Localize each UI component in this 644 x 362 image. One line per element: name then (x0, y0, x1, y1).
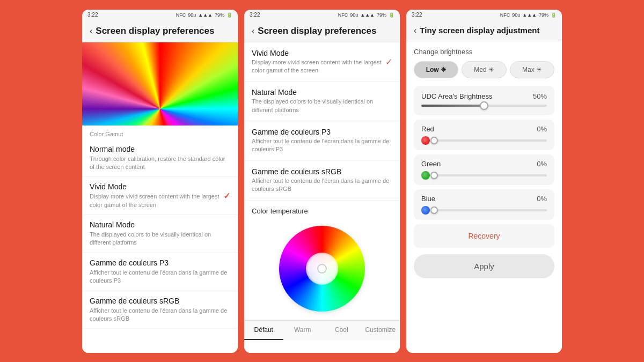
page-header-3: ‹ Tiny screen display adjustment (406, 20, 562, 41)
green-slider-header: Green 0% (421, 160, 547, 168)
p3-mode-item[interactable]: Gamme de couleurs P3 Afficher tout le co… (82, 253, 238, 291)
time-3: 3:22 (412, 12, 422, 18)
nfc-2: NFC (338, 12, 348, 18)
udc-value: 50% (533, 92, 547, 100)
status-bar-3: 3:22 NFC 90u ▲▲▲ 79% 🔋 (406, 10, 562, 20)
green-track-row (421, 171, 547, 180)
s2-natural-title: Natural Mode (252, 88, 392, 97)
s2-vivid-desc: Display more vivid screen content with t… (252, 58, 392, 75)
udc-slider-header: UDC Area's Brightness 50% (421, 92, 547, 100)
udc-slider-section: UDC Area's Brightness 50% (414, 86, 554, 115)
red-track[interactable] (434, 139, 547, 142)
color-wheel[interactable] (279, 226, 365, 312)
battery-icon-2: 🔋 (389, 12, 394, 18)
udc-track[interactable] (421, 105, 547, 107)
vivid-check-1: ✓ (223, 191, 230, 201)
tab-defaut[interactable]: Défaut (244, 321, 283, 340)
s2-vivid-title: Vivid Mode (252, 49, 392, 57)
brightness-max-btn[interactable]: Max (510, 61, 554, 78)
udc-thumb (480, 101, 488, 110)
s3-content: Change brightness Low Med Max UDC Area's… (406, 41, 562, 285)
sun-icon-med (488, 66, 494, 73)
blue-value: 0% (537, 195, 547, 203)
page-header-1: ‹ Screen display preferences (82, 20, 238, 42)
med-label: Med (474, 66, 486, 73)
battery-1: 79% (215, 12, 224, 18)
net-2: 90u (350, 12, 358, 18)
time-1: 3:22 (87, 12, 98, 18)
signal-2: ▲▲▲ (360, 12, 375, 18)
green-thumb (430, 172, 438, 179)
s2-srgb-item[interactable]: Gamme de couleurs sRGB Afficher tout le … (244, 161, 400, 201)
tab-customize[interactable]: Customize (361, 321, 400, 340)
wheel-center-dot (317, 264, 327, 274)
phone-screen-3: 3:22 NFC 90u ▲▲▲ 79% 🔋 ‹ Tiny screen dis… (406, 10, 562, 353)
p3-mode-desc: Afficher tout le contenu de l'écran dans… (90, 269, 230, 285)
pencils-image (82, 42, 238, 125)
normal-mode-desc: Through color calibration, restore the s… (90, 155, 230, 172)
battery-3: 79% (539, 12, 548, 18)
red-slider-row: Red 0% (414, 120, 554, 150)
brightness-med-btn[interactable]: Med (462, 61, 506, 78)
back-arrow-2[interactable]: ‹ (252, 26, 254, 36)
page-title-1: Screen display preferences (96, 26, 214, 36)
page-title-2: Screen display preferences (258, 26, 376, 36)
vivid-mode-desc: Display more vivid screen content with t… (90, 193, 230, 209)
s2-natural-item[interactable]: Natural Mode The displayed colors to be … (244, 82, 400, 121)
s2-vivid-check: ✓ (385, 56, 392, 67)
brightness-buttons: Low Med Max (414, 61, 554, 78)
natural-mode-item[interactable]: Natural Mode The displayed colors to be … (82, 215, 238, 253)
status-bar-2: 3:22 NFC 90u ▲▲▲ 79% 🔋 (244, 10, 400, 20)
apply-button[interactable]: Apply (414, 254, 554, 278)
net-3: 90u (512, 12, 520, 18)
brightness-low-btn[interactable]: Low (414, 61, 458, 78)
green-label: Green (421, 160, 441, 168)
s2-vivid-item[interactable]: Vivid Mode Display more vivid screen con… (244, 42, 400, 82)
phone-screen-1: 3:22 NFC 90u ▲▲▲ 79% 🔋 ‹ Screen display … (82, 10, 238, 353)
vivid-mode-item[interactable]: Vivid Mode Display more vivid screen con… (82, 177, 238, 215)
red-slider-header: Red 0% (421, 125, 547, 133)
nfc-1: NFC (176, 12, 186, 18)
srgb-mode-desc: Afficher tout le contenu de l'écran dans… (90, 307, 230, 323)
s2-natural-desc: The displayed colors to be visually iden… (252, 98, 392, 114)
back-arrow-1[interactable]: ‹ (90, 26, 92, 36)
screen2-content: Vivid Mode Display more vivid screen con… (244, 42, 400, 353)
max-label: Max (522, 66, 535, 73)
red-dot (421, 136, 430, 145)
blue-label: Blue (421, 195, 435, 203)
udc-fill (421, 105, 484, 107)
blue-track-row (421, 206, 547, 215)
signal-1: ▲▲▲ (198, 12, 213, 18)
color-wheel-container[interactable] (252, 220, 392, 320)
back-arrow-3[interactable]: ‹ (414, 26, 416, 35)
battery-2: 79% (377, 12, 386, 18)
blue-dot (421, 206, 430, 215)
s2-p3-item[interactable]: Gamme de couleurs P3 Afficher tout le co… (244, 121, 400, 161)
red-value: 0% (537, 125, 547, 133)
green-dot (421, 171, 430, 180)
normal-mode-title: Normal mode (90, 145, 230, 153)
tab-warm[interactable]: Warm (283, 321, 323, 340)
phone-screen-2: 3:22 NFC 90u ▲▲▲ 79% 🔋 ‹ Screen display … (244, 10, 400, 353)
recovery-button[interactable]: Recovery (414, 224, 554, 248)
page-title-3: Tiny screen display adjustment (420, 26, 539, 35)
srgb-mode-item[interactable]: Gamme de couleurs sRGB Afficher tout le … (82, 291, 238, 329)
red-track-row (421, 136, 547, 145)
pencils-visual (82, 42, 238, 125)
tab-cool[interactable]: Cool (322, 321, 361, 340)
green-slider-row: Green 0% (414, 154, 554, 185)
normal-mode-item[interactable]: Normal mode Through color calibration, r… (82, 139, 238, 178)
color-gamut-label: Color Gamut (82, 125, 238, 139)
s2-p3-desc: Afficher tout le contenu de l'écran dans… (252, 137, 392, 154)
blue-track[interactable] (434, 209, 547, 211)
green-track[interactable] (434, 174, 547, 176)
udc-label: UDC Area's Brightness (421, 92, 493, 100)
signal-3: ▲▲▲ (522, 12, 537, 18)
time-2: 3:22 (250, 12, 260, 18)
srgb-mode-title: Gamme de couleurs sRGB (90, 297, 230, 305)
s2-srgb-title: Gamme de couleurs sRGB (252, 167, 392, 176)
sun-icon-max (536, 66, 542, 73)
red-label: Red (421, 125, 434, 133)
blue-slider-row: Blue 0% (414, 189, 554, 220)
screen1-content: Color Gamut Normal mode Through color ca… (82, 42, 238, 353)
